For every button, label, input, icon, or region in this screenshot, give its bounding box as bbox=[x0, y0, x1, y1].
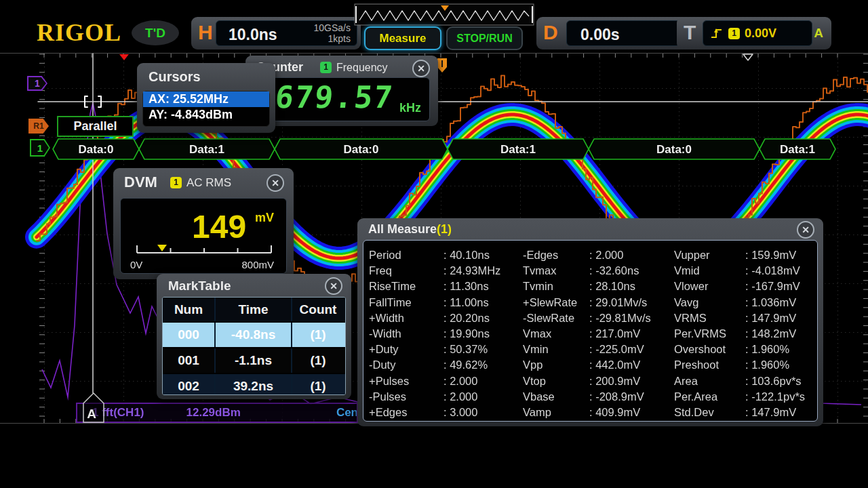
marktable-header: Num Time Count bbox=[163, 298, 345, 321]
oscilloscope-screen: RIGOL T'D H 10.0ns 10GSa/s 1kpts Measure… bbox=[0, 0, 868, 488]
marktable-cell: -40.8ns bbox=[214, 323, 292, 347]
measurement-item: Area: 103.6pv*s bbox=[674, 375, 827, 390]
bus-segment-label: Data:0 bbox=[79, 143, 114, 156]
measurement-item: -Edges: 2.000 bbox=[523, 249, 676, 264]
measurement-label: +Pulses bbox=[369, 375, 443, 390]
measurement-value: : 1.960% bbox=[745, 343, 789, 359]
measurement-label: Overshoot bbox=[674, 343, 745, 359]
measurement-value: : 29.01Mv/s bbox=[589, 296, 647, 312]
counter-value: 679.57 bbox=[274, 79, 396, 115]
measurement-label: Tvmin bbox=[523, 280, 589, 296]
measurement-label: Vtop bbox=[523, 375, 589, 390]
math-channel-tag[interactable]: 1 bbox=[27, 76, 47, 91]
horizontal-block[interactable]: H 10.0ns 10GSa/s 1kpts bbox=[191, 17, 361, 49]
measurement-label: Vamp bbox=[523, 406, 589, 422]
cursor-a-marker[interactable]: A bbox=[81, 392, 106, 427]
measurement-item: +Edges: 3.000 bbox=[369, 406, 522, 422]
dvm-scale-pointer bbox=[157, 245, 167, 251]
measurement-value: : 409.9mV bbox=[589, 406, 640, 422]
measurement-label: +Duty bbox=[369, 343, 443, 359]
measurement-item: Per.VRMS: 148.2mV bbox=[674, 327, 827, 343]
measurement-item: -Width: 19.90ns bbox=[369, 327, 522, 343]
measurement-label: -Edges bbox=[523, 249, 589, 264]
trigger-status-badge: T'D bbox=[132, 20, 179, 45]
measurement-label: +Edges bbox=[369, 406, 443, 422]
measurement-label: RiseTime bbox=[369, 280, 443, 296]
measurement-value: : -122.1pv*s bbox=[745, 390, 805, 406]
marktable-row[interactable]: 00239.2ns(1) bbox=[163, 373, 345, 395]
trigger-mode: A bbox=[814, 26, 823, 41]
dvm-close-button[interactable]: ✕ bbox=[267, 174, 284, 192]
memory-depth: 1kpts bbox=[328, 33, 351, 44]
measurement-value: : 11.30ns bbox=[443, 280, 489, 296]
waveform-preview-strip[interactable] bbox=[354, 3, 534, 26]
rigol-logo: RIGOL bbox=[37, 18, 121, 47]
measurement-value: : 2.000 bbox=[589, 249, 623, 264]
timebase-value: 10.0ns bbox=[229, 26, 277, 44]
measurement-value: : 442.0mV bbox=[589, 359, 640, 374]
measurement-value: : 1.960% bbox=[745, 359, 789, 374]
all-measure-close-button[interactable]: ✕ bbox=[797, 221, 814, 239]
measurement-item: RiseTime: 11.30ns bbox=[369, 280, 522, 296]
measurement-value: : 2.000 bbox=[443, 390, 477, 406]
measurement-label: Preshoot bbox=[674, 359, 745, 374]
measurement-item: Vmin: -225.0mV bbox=[523, 343, 676, 359]
marktable-cell: -1.1ns bbox=[214, 348, 292, 373]
dvm-source-badge: 1 bbox=[170, 177, 182, 188]
measurement-value: : 24.93MHz bbox=[443, 264, 500, 280]
measurement-value: : 103.6pv*s bbox=[745, 375, 802, 390]
measurement-item: Vmid: -4.018mV bbox=[674, 264, 827, 280]
measurement-item: +Duty: 50.37% bbox=[369, 343, 522, 359]
measure-column-3: Vupper: 159.9mVVmid: -4.018mVVlower: -16… bbox=[674, 249, 827, 422]
measurement-item: Per.Area: -122.1pv*s bbox=[674, 390, 827, 406]
all-measure-title: All Measure(1) bbox=[368, 222, 452, 237]
delay-label: D bbox=[543, 21, 558, 44]
measurement-label: Vmin bbox=[523, 343, 589, 359]
measurement-label: -Pulses bbox=[369, 390, 443, 406]
measurement-item: Overshoot: 1.960% bbox=[674, 343, 827, 359]
fft-label-bar: 1 fft(CH1) 12.29dBm Cen bbox=[76, 403, 358, 423]
counter-close-button[interactable]: ✕ bbox=[412, 60, 430, 77]
reference-tag[interactable]: R1 bbox=[28, 119, 49, 134]
marktable-panel: MarkTable ✕ Num Time Count 000-40.8ns(1)… bbox=[157, 274, 351, 399]
marktable-title: MarkTable bbox=[168, 279, 231, 293]
marktable-close-button[interactable]: ✕ bbox=[325, 277, 342, 295]
measurement-item: Tvmin: 28.10ns bbox=[523, 280, 676, 296]
counter-mode: Frequency bbox=[336, 62, 388, 74]
measurement-value: : 1.036mV bbox=[745, 296, 796, 312]
measurement-label: +Width bbox=[369, 312, 443, 327]
bottom-bar: 1200mVΩ+392mV2500mV-820mV3100mV-244mV450… bbox=[0, 434, 868, 488]
marktable-col-time: Time bbox=[214, 298, 292, 321]
bus-name-label: Parallel bbox=[57, 116, 134, 137]
marktable-cell: (1) bbox=[292, 348, 344, 373]
marktable-row[interactable]: 001-1.1ns(1) bbox=[163, 347, 345, 373]
bus-segment-label: Data:1 bbox=[500, 143, 536, 156]
all-measure-panel: All Measure(1) ✕ Period: 40.10nsFreq: 24… bbox=[357, 218, 823, 426]
marktable-row[interactable]: 000-40.8ns(1) bbox=[163, 321, 345, 347]
measurement-item: Tvmax: -32.60ns bbox=[523, 264, 676, 280]
measurement-label: -SlewRate bbox=[523, 312, 589, 327]
cursor-ay-readout: AY: -4.843dBm bbox=[143, 107, 269, 123]
measurement-label: -Width bbox=[369, 327, 443, 343]
sample-rate: 10GSa/s bbox=[314, 22, 351, 33]
measurement-label: Tvmax bbox=[523, 264, 589, 280]
dvm-scale-min: 0V bbox=[130, 259, 142, 270]
measurement-value: : 148.2mV bbox=[745, 327, 796, 343]
counter-source-badge: 1 bbox=[320, 62, 332, 73]
measurement-value: : 20.20ns bbox=[443, 312, 490, 327]
measurement-item: -SlewRate: -29.81Mv/s bbox=[523, 312, 676, 327]
measure-button[interactable]: Measure bbox=[364, 26, 441, 50]
trigger-block[interactable]: T 1 0.00V A bbox=[677, 17, 831, 49]
stop-run-button[interactable]: STOP/RUN bbox=[446, 26, 523, 50]
measurement-label: Per.Area bbox=[674, 390, 745, 406]
all-measure-title-text: All Measure bbox=[368, 222, 437, 236]
measurement-label: Std.Dev bbox=[674, 406, 745, 422]
measurement-label: Vmax bbox=[523, 327, 589, 343]
delay-value: 0.00s bbox=[580, 26, 620, 44]
measurement-item: Vlower: -167.9mV bbox=[674, 280, 827, 296]
measurement-label: Area bbox=[674, 375, 745, 390]
fft-center-label: Cen bbox=[336, 406, 358, 420]
measurement-value: : 11.00ns bbox=[443, 296, 489, 312]
measurement-value: : 200.9mV bbox=[589, 375, 640, 390]
horizontal-label: H bbox=[198, 21, 213, 44]
